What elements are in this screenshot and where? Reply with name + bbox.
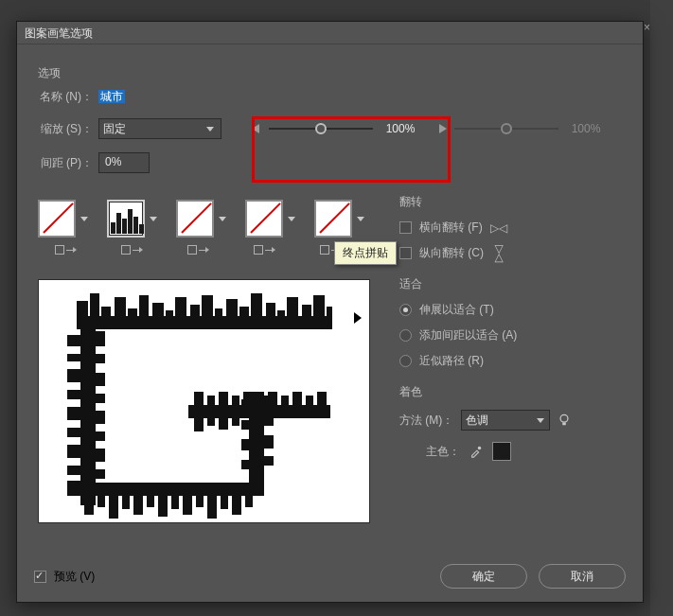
svg-rect-77 xyxy=(194,418,204,431)
spacing-label: 间距 (P)： xyxy=(38,155,93,171)
svg-point-81 xyxy=(560,414,568,422)
bulb-icon[interactable] xyxy=(558,414,571,427)
svg-rect-69 xyxy=(232,396,239,405)
svg-rect-34 xyxy=(96,373,105,386)
tile-start[interactable] xyxy=(176,200,214,238)
svg-rect-74 xyxy=(292,392,302,405)
svg-rect-20 xyxy=(313,295,325,329)
scrub-left-icon[interactable] xyxy=(250,122,263,135)
svg-rect-16 xyxy=(266,303,275,329)
flow-icon-3 xyxy=(187,245,210,262)
svg-rect-7 xyxy=(152,303,164,329)
tile-inner[interactable] xyxy=(245,200,283,238)
svg-rect-68 xyxy=(219,392,228,405)
svg-rect-25 xyxy=(67,369,80,382)
name-value: 城市 xyxy=(98,90,125,103)
flip-vertical-checkbox[interactable] xyxy=(399,247,412,259)
svg-rect-13 xyxy=(226,299,238,329)
tile-corner[interactable] xyxy=(107,200,145,238)
svg-rect-73 xyxy=(281,396,289,405)
svg-rect-2 xyxy=(90,293,99,329)
svg-rect-53 xyxy=(232,496,241,515)
svg-rect-66 xyxy=(194,392,204,405)
svg-rect-63 xyxy=(264,435,274,449)
svg-rect-14 xyxy=(239,307,249,329)
ok-button[interactable]: 确定 xyxy=(440,564,527,589)
svg-rect-82 xyxy=(563,423,567,426)
preview-arrow-icon xyxy=(354,312,362,324)
flow-icon-2 xyxy=(121,245,144,262)
dialog-title: 图案画笔选项 xyxy=(17,22,643,44)
svg-rect-31 xyxy=(67,481,80,496)
tile-corner-dd[interactable] xyxy=(147,200,160,238)
key-color-swatch[interactable] xyxy=(492,442,511,461)
options-heading: 选项 xyxy=(38,65,629,81)
svg-rect-52 xyxy=(221,496,228,509)
fit-space-radio[interactable] xyxy=(399,329,412,342)
brush-preview xyxy=(38,279,370,523)
svg-rect-75 xyxy=(306,396,313,405)
svg-rect-3 xyxy=(101,307,111,329)
scale-mode-select[interactable]: 固定 xyxy=(98,118,221,139)
pattern-brush-options-dialog: 图案画笔选项 选项 名称 (N)： 城市 缩放 (S)： 固定 xyxy=(16,21,644,603)
tile-end-dd[interactable] xyxy=(354,200,367,238)
cancel-button[interactable]: 取消 xyxy=(539,564,626,589)
flip-vertical-label: 纵向翻转 (C) xyxy=(419,245,484,261)
svg-rect-38 xyxy=(96,449,105,462)
svg-rect-35 xyxy=(96,394,105,403)
flip-h-icon: ▷◁ xyxy=(490,221,507,235)
svg-point-83 xyxy=(478,447,482,450)
svg-rect-37 xyxy=(96,431,105,441)
tile-end-tooltip: 终点拼贴 xyxy=(334,241,397,265)
fit-space-label: 添加间距以适合 (A) xyxy=(419,327,517,343)
fit-approx-radio[interactable] xyxy=(399,355,412,367)
svg-rect-39 xyxy=(96,469,105,479)
name-label: 名称 (N)： xyxy=(38,89,93,105)
svg-rect-9 xyxy=(175,297,186,329)
svg-rect-70 xyxy=(243,392,253,405)
svg-rect-24 xyxy=(67,354,80,361)
fit-stretch-radio[interactable] xyxy=(399,304,412,316)
tile-inner-dd[interactable] xyxy=(285,200,298,238)
tile-start-dd[interactable] xyxy=(216,200,229,238)
svg-rect-41 xyxy=(84,496,94,515)
scale-slider-1[interactable] xyxy=(269,128,373,130)
svg-rect-21 xyxy=(327,307,332,329)
svg-rect-71 xyxy=(257,396,264,405)
svg-rect-8 xyxy=(166,310,173,329)
eyedropper-icon[interactable] xyxy=(469,445,483,458)
svg-rect-6 xyxy=(139,295,149,329)
svg-rect-17 xyxy=(277,310,285,329)
svg-rect-48 xyxy=(171,496,179,509)
svg-rect-15 xyxy=(251,293,262,329)
svg-rect-47 xyxy=(158,496,168,517)
svg-rect-76 xyxy=(317,392,327,405)
svg-rect-79 xyxy=(219,418,228,430)
method-select[interactable]: 色调 xyxy=(461,410,550,431)
tile-side-dd[interactable] xyxy=(78,200,91,238)
key-color-label: 主色： xyxy=(426,444,460,460)
scale-slider-1-thumb[interactable] xyxy=(315,123,327,134)
color-heading: 着色 xyxy=(399,384,629,400)
svg-rect-44 xyxy=(122,496,130,509)
svg-rect-59 xyxy=(241,439,249,450)
spacing-input[interactable]: 0% xyxy=(98,152,150,173)
fit-heading: 适合 xyxy=(399,276,629,292)
flip-horizontal-label: 横向翻转 (F) xyxy=(419,220,483,236)
svg-rect-58 xyxy=(241,420,249,430)
flip-horizontal-checkbox[interactable] xyxy=(399,221,412,234)
svg-rect-65 xyxy=(188,405,330,418)
svg-rect-78 xyxy=(207,418,215,426)
scale-value-1[interactable]: 100% xyxy=(379,122,422,135)
svg-rect-54 xyxy=(245,496,253,507)
preview-checkbox[interactable] xyxy=(34,571,46,583)
svg-rect-80 xyxy=(232,418,239,426)
svg-rect-29 xyxy=(67,445,80,458)
tile-end[interactable] xyxy=(314,200,352,238)
svg-rect-51 xyxy=(207,496,217,519)
svg-rect-49 xyxy=(183,496,192,515)
name-input[interactable]: 城市 xyxy=(98,89,629,105)
svg-rect-22 xyxy=(80,326,96,505)
tile-side[interactable] xyxy=(38,200,76,238)
svg-rect-26 xyxy=(67,390,80,399)
